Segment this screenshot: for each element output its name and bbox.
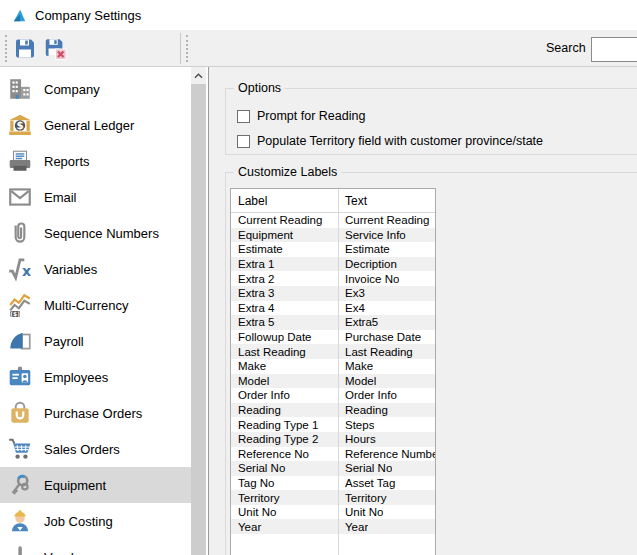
general-ledger-icon: $: [7, 112, 33, 138]
equipment-icon: [7, 472, 33, 498]
label-cell: Last Reading: [231, 346, 338, 358]
sidebar-item-label: General Ledger: [44, 118, 134, 133]
sidebar-item-company[interactable]: Company: [0, 71, 191, 107]
sidebar-item-variables[interactable]: xVariables: [0, 251, 191, 287]
table-row[interactable]: Last ReadingLast Reading: [231, 344, 435, 359]
sidebar-item-purchase-orders[interactable]: Purchase Orders: [0, 395, 191, 431]
label-cell: Extra 4: [231, 302, 338, 314]
sequence-numbers-icon: [7, 220, 33, 246]
sidebar-item-vendors[interactable]: Vendors: [0, 539, 191, 555]
table-row[interactable]: Current ReadingCurrent Reading: [231, 213, 435, 228]
text-cell[interactable]: Order Info: [338, 389, 397, 401]
table-row[interactable]: Extra 2Invoice No: [231, 271, 435, 286]
options-group: Options Prompt for Reading Populate Terr…: [225, 88, 637, 155]
sidebar-item-employees[interactable]: Employees: [0, 359, 191, 395]
table-row[interactable]: Reading Type 2Hours: [231, 432, 435, 447]
toolbar-grip[interactable]: [5, 35, 7, 62]
text-cell[interactable]: Current Reading: [338, 214, 429, 226]
checkbox-prompt-for-reading[interactable]: Prompt for Reading: [237, 109, 365, 123]
text-cell[interactable]: Territory: [338, 492, 387, 504]
save-close-button[interactable]: [43, 36, 67, 61]
column-header-text[interactable]: Text: [338, 194, 367, 208]
settings-nav: Company$General LedgerReportsEmailSequen…: [0, 67, 191, 555]
table-row[interactable]: MakeMake: [231, 359, 435, 374]
search-label: Search: [546, 41, 586, 55]
payroll-icon: [7, 328, 33, 354]
table-row[interactable]: Order InfoOrder Info: [231, 388, 435, 403]
table-row[interactable]: ModelModel: [231, 374, 435, 389]
sidebar-item-sequence-numbers[interactable]: Sequence Numbers: [0, 215, 191, 251]
table-row[interactable]: Followup DatePurchase Date: [231, 330, 435, 345]
sidebar-item-label: Employees: [44, 370, 108, 385]
table-row[interactable]: Unit NoUnit No: [231, 505, 435, 520]
table-row[interactable]: Extra 5Extra5: [231, 315, 435, 330]
text-cell[interactable]: Steps: [338, 419, 374, 431]
text-cell[interactable]: Ex4: [338, 302, 365, 314]
table-row[interactable]: EquipmentService Info: [231, 228, 435, 243]
text-cell[interactable]: Ex3: [338, 287, 365, 299]
text-cell[interactable]: Make: [338, 360, 373, 372]
text-cell[interactable]: Last Reading: [338, 346, 413, 358]
label-cell: Followup Date: [231, 331, 338, 343]
checkbox-box-icon[interactable]: [237, 135, 250, 148]
text-cell[interactable]: Year: [338, 521, 368, 533]
content-area: Company$General LedgerReportsEmailSequen…: [0, 67, 637, 555]
sidebar-item-general-ledger[interactable]: $General Ledger: [0, 107, 191, 143]
text-cell[interactable]: Purchase Date: [338, 331, 421, 343]
label-cell: Make: [231, 360, 338, 372]
sidebar-item-label: Sequence Numbers: [44, 226, 159, 241]
table-row[interactable]: Extra 3Ex3: [231, 286, 435, 301]
sidebar-item-label: Equipment: [44, 478, 106, 493]
toolbar-grip-2[interactable]: [186, 35, 188, 62]
label-cell: Reading Type 2: [231, 433, 338, 445]
checkbox-populate-territory[interactable]: Populate Territory field with customer p…: [237, 134, 543, 148]
sidebar-item-equipment[interactable]: Equipment: [0, 467, 191, 503]
svg-text:x: x: [22, 263, 31, 279]
label-cell: Reference No: [231, 448, 338, 460]
sidebar-item-multi-currency[interactable]: ($)Multi-Currency: [0, 287, 191, 323]
table-row[interactable]: ReadingReading: [231, 403, 435, 418]
sidebar-item-sales-orders[interactable]: Sales Orders: [0, 431, 191, 467]
text-cell[interactable]: Unit No: [338, 506, 383, 518]
customize-labels-group-title: Customize Labels: [234, 165, 341, 179]
label-cell: Territory: [231, 492, 338, 504]
table-row[interactable]: Tag NoAsset Tag: [231, 476, 435, 491]
sales-orders-icon: [7, 436, 33, 462]
text-cell[interactable]: Decription: [338, 258, 397, 270]
text-cell[interactable]: Reference Number: [338, 448, 435, 460]
sidebar-item-label: Sales Orders: [44, 442, 120, 457]
text-cell[interactable]: Invoice No: [338, 273, 399, 285]
save-button[interactable]: [13, 36, 37, 61]
column-header-label[interactable]: Label: [231, 194, 338, 208]
label-cell: Current Reading: [231, 214, 338, 226]
sidebar-item-job-costing[interactable]: Job Costing: [0, 503, 191, 539]
text-cell[interactable]: Extra5: [338, 316, 378, 328]
table-row[interactable]: Reference NoReference Number: [231, 447, 435, 462]
text-cell[interactable]: Reading: [338, 404, 388, 416]
sidebar-item-payroll[interactable]: Payroll: [0, 323, 191, 359]
text-cell[interactable]: Asset Tag: [338, 477, 395, 489]
checkbox-box-icon[interactable]: [237, 110, 250, 123]
search-input[interactable]: [591, 37, 637, 62]
text-cell[interactable]: Service Info: [338, 229, 406, 241]
text-cell[interactable]: Estimate: [338, 243, 390, 255]
vendors-icon: [7, 544, 33, 555]
text-cell[interactable]: Serial No: [338, 462, 392, 474]
sidebar-item-reports[interactable]: Reports: [0, 143, 191, 179]
table-row[interactable]: Extra 4Ex4: [231, 301, 435, 316]
table-row[interactable]: Extra 1Decription: [231, 257, 435, 272]
scroll-up-arrow-icon[interactable]: [191, 67, 206, 84]
table-row[interactable]: TerritoryTerritory: [231, 490, 435, 505]
table-row[interactable]: YearYear: [231, 519, 435, 534]
text-cell[interactable]: Model: [338, 375, 376, 387]
table-row[interactable]: Serial NoSerial No: [231, 461, 435, 476]
sidebar-scrollbar[interactable]: [191, 67, 206, 555]
app-logo-icon: [11, 7, 28, 24]
table-row[interactable]: EstimateEstimate: [231, 242, 435, 257]
sidebar-item-email[interactable]: Email: [0, 179, 191, 215]
text-cell[interactable]: Hours: [338, 433, 376, 445]
label-cell: Unit No: [231, 506, 338, 518]
company-icon: [7, 76, 33, 102]
table-row[interactable]: Reading Type 1Steps: [231, 417, 435, 432]
scrollbar-thumb[interactable]: [191, 84, 206, 555]
